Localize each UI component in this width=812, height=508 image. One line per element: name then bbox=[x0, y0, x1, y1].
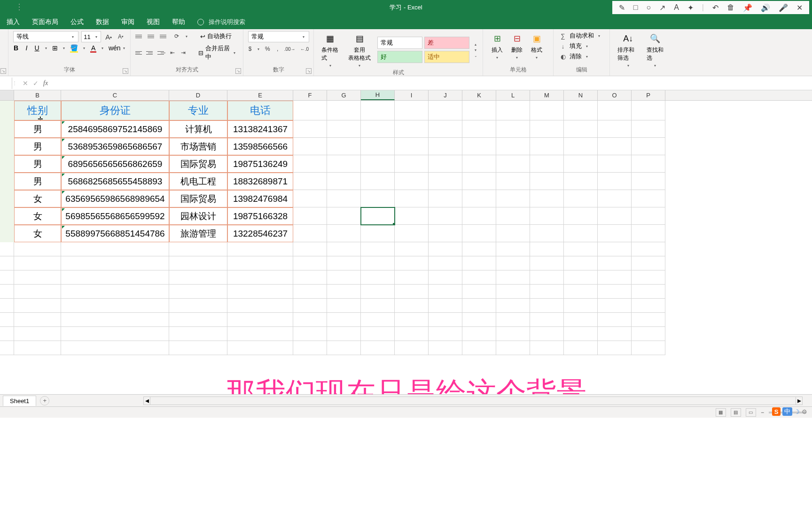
cell[interactable] bbox=[429, 242, 462, 256]
cell[interactable] bbox=[462, 285, 496, 299]
normal-view-button[interactable]: ▦ bbox=[716, 408, 726, 417]
trash-icon[interactable]: 🗑 bbox=[727, 3, 734, 12]
cell[interactable] bbox=[632, 313, 665, 327]
launcher-icon[interactable]: ↘ bbox=[306, 68, 312, 74]
cell[interactable] bbox=[632, 138, 665, 155]
currency-button[interactable]: $ bbox=[248, 44, 252, 54]
cell[interactable] bbox=[564, 341, 598, 355]
cell[interactable] bbox=[293, 341, 327, 355]
cell[interactable]: 男 bbox=[14, 173, 61, 190]
cell[interactable] bbox=[169, 285, 227, 299]
cell[interactable] bbox=[530, 120, 564, 138]
cell[interactable]: 园林设计 bbox=[169, 207, 227, 225]
cell[interactable] bbox=[598, 299, 632, 313]
cell[interactable] bbox=[361, 225, 395, 242]
fx-icon[interactable]: fx bbox=[43, 79, 48, 87]
cell[interactable] bbox=[429, 155, 462, 173]
number-format-select[interactable]: 常规▾ bbox=[248, 31, 309, 42]
cell[interactable] bbox=[361, 101, 395, 120]
column-header-N[interactable]: N bbox=[564, 90, 598, 100]
cell[interactable] bbox=[564, 242, 598, 256]
fill-color-button[interactable]: 🪣 bbox=[70, 44, 78, 52]
fill-button[interactable]: ↓填充▾ bbox=[558, 41, 605, 51]
mic-icon[interactable]: 🎤 bbox=[779, 3, 788, 12]
cell[interactable] bbox=[462, 225, 496, 242]
cell[interactable] bbox=[564, 190, 598, 207]
cell[interactable] bbox=[530, 101, 564, 120]
comma-button[interactable]: , bbox=[276, 44, 280, 54]
font-name-select[interactable]: 等线▾ bbox=[13, 31, 78, 42]
cell[interactable] bbox=[395, 285, 429, 299]
orientation-button[interactable]: ⟳ bbox=[172, 32, 181, 41]
cell[interactable] bbox=[530, 138, 564, 155]
cell[interactable] bbox=[293, 256, 327, 270]
spreadsheet-grid[interactable]: 性别✛身份证专业电话男2584695869752145869计算机1313824… bbox=[0, 101, 812, 355]
cell[interactable] bbox=[462, 155, 496, 173]
cell[interactable] bbox=[227, 270, 293, 285]
cell[interactable] bbox=[429, 225, 462, 242]
row-edge[interactable] bbox=[0, 173, 14, 190]
cell[interactable] bbox=[395, 120, 429, 138]
cell[interactable] bbox=[496, 225, 530, 242]
cell[interactable] bbox=[564, 207, 598, 225]
cell[interactable]: 13982476984 bbox=[227, 190, 293, 207]
indent-dec-button[interactable]: ⇤ bbox=[168, 48, 176, 57]
cell[interactable] bbox=[361, 327, 395, 341]
cell[interactable]: 13138241367 bbox=[227, 120, 293, 138]
tab-help[interactable]: 帮助 bbox=[170, 16, 187, 28]
cell[interactable] bbox=[169, 242, 227, 256]
cell[interactable] bbox=[530, 207, 564, 225]
column-header-L[interactable]: L bbox=[496, 90, 530, 100]
cell[interactable] bbox=[530, 225, 564, 242]
cell[interactable] bbox=[429, 120, 462, 138]
cell[interactable] bbox=[293, 207, 327, 225]
add-sheet-button[interactable]: + bbox=[40, 396, 49, 405]
cell[interactable] bbox=[227, 327, 293, 341]
cell[interactable] bbox=[0, 285, 14, 299]
cell[interactable] bbox=[327, 173, 361, 190]
cell[interactable] bbox=[0, 341, 14, 355]
cell[interactable] bbox=[564, 285, 598, 299]
cell[interactable] bbox=[227, 256, 293, 270]
column-header-F[interactable]: F bbox=[293, 90, 327, 100]
cell[interactable] bbox=[462, 207, 496, 225]
cell[interactable] bbox=[327, 101, 361, 120]
cell[interactable] bbox=[598, 207, 632, 225]
find-select-button[interactable]: 🔍查找和选▾ bbox=[644, 31, 666, 75]
cell[interactable] bbox=[293, 242, 327, 256]
row-edge[interactable] bbox=[0, 225, 14, 242]
cell[interactable] bbox=[564, 138, 598, 155]
cell[interactable] bbox=[361, 299, 395, 313]
cell[interactable] bbox=[361, 173, 395, 190]
cell[interactable] bbox=[361, 313, 395, 327]
cell[interactable] bbox=[462, 173, 496, 190]
arrow-icon[interactable]: ↗ bbox=[659, 3, 665, 12]
column-header-H[interactable]: H bbox=[361, 90, 395, 100]
cell[interactable] bbox=[462, 190, 496, 207]
font-color-button[interactable]: A bbox=[90, 44, 96, 52]
align-middle-button[interactable] bbox=[148, 32, 157, 40]
cell[interactable] bbox=[462, 256, 496, 270]
decrease-decimal-button[interactable]: ←.0 bbox=[300, 44, 309, 54]
cell[interactable] bbox=[429, 101, 462, 120]
cell[interactable] bbox=[598, 190, 632, 207]
cell[interactable]: 19875166328 bbox=[227, 207, 293, 225]
cell[interactable] bbox=[61, 299, 169, 313]
cell[interactable] bbox=[530, 285, 564, 299]
cell[interactable] bbox=[564, 120, 598, 138]
launcher-icon[interactable]: ↘ bbox=[235, 68, 241, 74]
cell[interactable] bbox=[293, 299, 327, 313]
cell[interactable] bbox=[293, 173, 327, 190]
cell[interactable] bbox=[496, 173, 530, 190]
clear-button[interactable]: ◐清除▾ bbox=[558, 52, 605, 61]
cell[interactable] bbox=[632, 207, 665, 225]
undo-icon[interactable]: ↶ bbox=[712, 3, 718, 12]
cell[interactable] bbox=[227, 285, 293, 299]
enter-icon[interactable]: ✓ bbox=[33, 79, 39, 87]
cell[interactable] bbox=[632, 173, 665, 190]
cell[interactable] bbox=[564, 299, 598, 313]
cell[interactable] bbox=[395, 327, 429, 341]
cell[interactable] bbox=[227, 313, 293, 327]
cell[interactable]: 6895656565656862659 bbox=[61, 155, 169, 173]
cell[interactable] bbox=[496, 341, 530, 355]
